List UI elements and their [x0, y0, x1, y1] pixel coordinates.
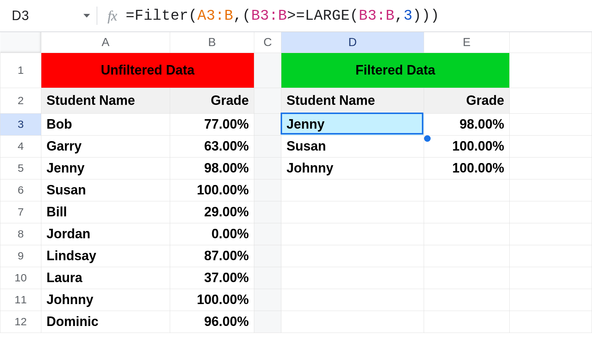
cell-D3[interactable]: Jenny [281, 113, 424, 135]
cell-D8[interactable] [281, 223, 424, 245]
col-header-D[interactable]: D [281, 32, 424, 53]
cell-C5[interactable] [254, 157, 281, 179]
row-header-11[interactable]: 11 [0, 289, 41, 311]
cell-A6[interactable]: Susan [41, 179, 170, 201]
col-header-B[interactable]: B [170, 32, 254, 53]
formula-input[interactable]: =Filter(A3:B,(B3:B>=LARGE(B3:B,3))) [125, 8, 439, 24]
cell-B8[interactable]: 0.00% [170, 223, 254, 245]
cell-C3[interactable] [254, 113, 281, 135]
cell-C2[interactable] [254, 88, 281, 113]
cell-C7[interactable] [254, 201, 281, 223]
header-grade-filtered[interactable]: Grade [424, 88, 510, 113]
cell-E6[interactable] [424, 179, 510, 201]
fx-icon[interactable]: fx [108, 8, 117, 24]
row-header-2[interactable]: 2 [0, 88, 41, 113]
row-6: 6Susan100.00% [0, 179, 592, 201]
cell-A11[interactable]: Johnny [41, 289, 170, 311]
cell-E4[interactable]: 100.00% [424, 135, 510, 157]
column-headers: A B C D E [0, 32, 592, 53]
cell-C9[interactable] [254, 245, 281, 267]
cell-D12[interactable] [281, 311, 424, 333]
cell-E11[interactable] [424, 289, 510, 311]
cell-E10[interactable] [424, 267, 510, 289]
select-all-corner[interactable] [0, 32, 41, 53]
divider [97, 7, 97, 25]
cell-D6[interactable] [281, 179, 424, 201]
row-10: 10Laura37.00% [0, 267, 592, 289]
cell-A4[interactable]: Garry [41, 135, 170, 157]
col-header-A[interactable]: A [41, 32, 170, 53]
row-3: 3Bob77.00%Jenny98.00% [0, 113, 592, 135]
row-2: 2 Student Name Grade Student Name Grade [0, 88, 592, 113]
formula-bar: D3 fx =Filter(A3:B,(B3:B>=LARGE(B3:B,3))… [0, 0, 592, 32]
row-1: 1 Unfiltered Data Filtered Data [0, 53, 592, 88]
spreadsheet-grid[interactable]: A B C D E 1 Unfiltered Data Filtered Dat… [0, 32, 592, 364]
cell-D7[interactable] [281, 201, 424, 223]
row-header-8[interactable]: 8 [0, 223, 41, 245]
header-grade-unfiltered[interactable]: Grade [170, 88, 254, 113]
chevron-down-icon[interactable] [83, 14, 90, 18]
cell-C10[interactable] [254, 267, 281, 289]
cell-B4[interactable]: 63.00% [170, 135, 254, 157]
row-8: 8Jordan0.00% [0, 223, 592, 245]
cell-B7[interactable]: 29.00% [170, 201, 254, 223]
cell-A9[interactable]: Lindsay [41, 245, 170, 267]
title-filtered[interactable]: Filtered Data [281, 53, 510, 88]
name-box[interactable]: D3 [10, 0, 97, 32]
cell-D4[interactable]: Susan [281, 135, 424, 157]
row-11: 11Johnny100.00% [0, 289, 592, 311]
header-student-name-filtered[interactable]: Student Name [281, 88, 424, 113]
cell-C8[interactable] [254, 223, 281, 245]
cell-A10[interactable]: Laura [41, 267, 170, 289]
cell-B9[interactable]: 87.00% [170, 245, 254, 267]
cell-E12[interactable] [424, 311, 510, 333]
cell-B12[interactable]: 96.00% [170, 311, 254, 333]
title-unfiltered[interactable]: Unfiltered Data [41, 53, 254, 88]
row-9: 9Lindsay87.00% [0, 245, 592, 267]
cell-C11[interactable] [254, 289, 281, 311]
cell-B5[interactable]: 98.00% [170, 157, 254, 179]
cell-A7[interactable]: Bill [41, 201, 170, 223]
row-header-6[interactable]: 6 [0, 179, 41, 201]
cell-D9[interactable] [281, 245, 424, 267]
cell-C1[interactable] [254, 53, 281, 88]
cell-B6[interactable]: 100.00% [170, 179, 254, 201]
cell-A3[interactable]: Bob [41, 113, 170, 135]
col-header-C[interactable]: C [254, 32, 281, 53]
cell-C4[interactable] [254, 135, 281, 157]
row-header-5[interactable]: 5 [0, 157, 41, 179]
cell-C6[interactable] [254, 179, 281, 201]
cell-E8[interactable] [424, 223, 510, 245]
cell-C12[interactable] [254, 311, 281, 333]
cell-E7[interactable] [424, 201, 510, 223]
cell-A8[interactable]: Jordan [41, 223, 170, 245]
cell-A5[interactable]: Jenny [41, 157, 170, 179]
row-12: 12Dominic96.00% [0, 311, 592, 333]
row-header-7[interactable]: 7 [0, 201, 41, 223]
cell-B11[interactable]: 100.00% [170, 289, 254, 311]
row-4: 4Garry63.00%Susan100.00% [0, 135, 592, 157]
cell-A12[interactable]: Dominic [41, 311, 170, 333]
cell-D11[interactable] [281, 289, 424, 311]
cell-D5[interactable]: Johnny [281, 157, 424, 179]
cell-E5[interactable]: 100.00% [424, 157, 510, 179]
row-header-9[interactable]: 9 [0, 245, 41, 267]
cell-E3[interactable]: 98.00% [424, 113, 510, 135]
cell-B3[interactable]: 77.00% [170, 113, 254, 135]
row-header-4[interactable]: 4 [0, 135, 41, 157]
col-header-E[interactable]: E [424, 32, 510, 53]
row-7: 7Bill29.00% [0, 201, 592, 223]
row-header-12[interactable]: 12 [0, 311, 41, 333]
header-student-name-unfiltered[interactable]: Student Name [41, 88, 170, 113]
cell-E9[interactable] [424, 245, 510, 267]
row-header-1[interactable]: 1 [0, 53, 41, 88]
cell-B10[interactable]: 37.00% [170, 267, 254, 289]
cell-D10[interactable] [281, 267, 424, 289]
row-header-3[interactable]: 3 [0, 113, 41, 135]
row-header-10[interactable]: 10 [0, 267, 41, 289]
name-box-value: D3 [12, 8, 29, 23]
row-5: 5Jenny98.00%Johnny100.00% [0, 157, 592, 179]
